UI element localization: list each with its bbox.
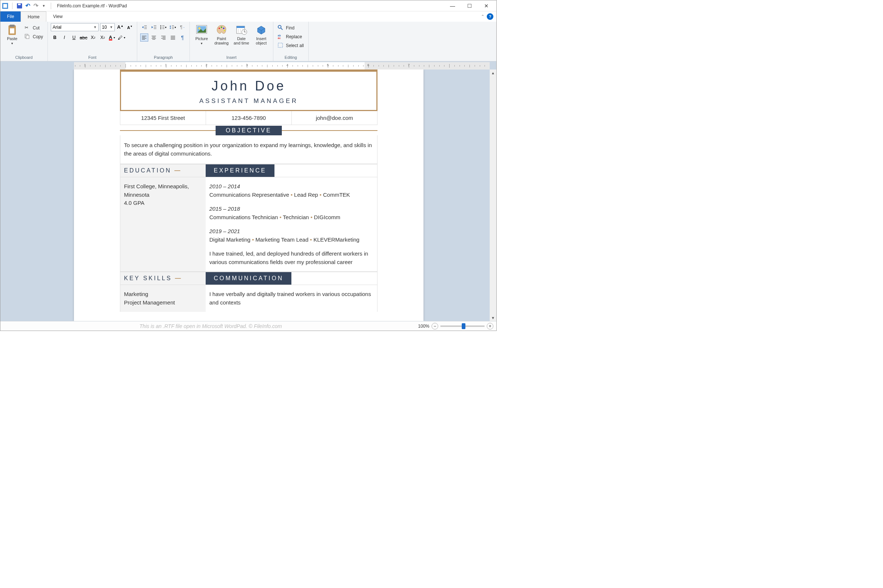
cut-button[interactable]: ✂Cut — [23, 24, 45, 32]
paragraph-dialog-button[interactable]: ¶ — [179, 33, 186, 42]
objective-band: OBJECTIVE — [120, 126, 377, 135]
window-title: FileInfo.com Example.rtf - WordPad — [53, 3, 444, 9]
contact-row: 12345 First Street 123-456-7890 john@doe… — [120, 111, 377, 125]
svg-text:ab: ab — [278, 34, 281, 37]
replace-button[interactable]: abacReplace — [276, 33, 303, 41]
group-label-editing: Editing — [276, 54, 305, 60]
save-icon[interactable] — [16, 3, 23, 9]
group-label-clipboard: Clipboard — [3, 54, 45, 60]
experience-item: 2019 – 2021Digital Marketing • Marketing… — [209, 227, 374, 244]
svg-text:ac: ac — [278, 37, 281, 39]
contact-phone: 123-456-7890 — [206, 111, 292, 124]
grow-font-button[interactable]: A▲ — [116, 23, 125, 31]
group-editing: Find abacReplace Select all Editing — [273, 22, 309, 61]
redo-icon[interactable]: ↷ — [32, 3, 39, 9]
education-school: First College, Minneapolis, Minnesota — [124, 182, 202, 199]
tab-view[interactable]: View — [47, 11, 69, 22]
experience-label: EXPERIENCE — [206, 164, 275, 177]
replace-icon: abac — [278, 34, 284, 40]
scroll-up-icon[interactable]: ▲ — [490, 69, 496, 76]
decrease-indent-button[interactable] — [140, 23, 148, 31]
group-clipboard: Paste▼ ✂Cut Copy Clipboard — [0, 22, 48, 61]
svg-rect-5 — [10, 25, 15, 27]
picture-icon — [196, 24, 207, 36]
justify-button[interactable] — [169, 33, 177, 42]
document-area: 11234567 John Doe ASSISTANT MANAGER 1234… — [0, 62, 496, 321]
undo-icon[interactable]: ↶ — [24, 3, 31, 9]
group-label-insert: Insert — [193, 54, 270, 60]
menu-bar: File Home View ⌃ ? — [0, 11, 496, 22]
font-size-combo[interactable]: 10▼ — [100, 23, 115, 31]
edu-exp-body: First College, Minneapolis, Minnesota 4.… — [120, 177, 377, 272]
objective-label: OBJECTIVE — [216, 126, 282, 135]
skill-item: Project Management — [124, 298, 202, 307]
subscript-button[interactable]: X2 — [89, 33, 97, 42]
align-left-button[interactable] — [140, 33, 148, 42]
svg-rect-1 — [3, 4, 7, 8]
vertical-scrollbar[interactable]: ▲ ▼ — [490, 69, 496, 321]
zoom-in-button[interactable]: + — [487, 323, 493, 330]
highlighter-icon: 🖊 — [118, 35, 123, 40]
copy-button[interactable]: Copy — [23, 33, 45, 41]
paste-button[interactable]: Paste▼ — [3, 23, 21, 46]
minimize-button[interactable]: — — [444, 0, 461, 11]
palette-icon — [216, 24, 227, 36]
insert-object-button[interactable]: Insert object — [252, 23, 270, 46]
tab-file[interactable]: File — [0, 11, 21, 22]
font-name-combo[interactable]: Arial▼ — [51, 23, 99, 31]
ruler[interactable]: 11234567 — [74, 62, 490, 69]
group-insert: Picture▼ Paint drawing Date and time Ins… — [190, 22, 273, 61]
collapse-ribbon-icon[interactable]: ⌃ — [481, 14, 485, 19]
svg-point-46 — [223, 28, 224, 29]
highlight-button[interactable]: 🖊▼ — [118, 33, 126, 42]
object-icon — [255, 24, 267, 36]
svg-point-47 — [224, 30, 225, 31]
experience-item: 2010 – 2014Communications Representative… — [209, 182, 374, 199]
line-spacing-button[interactable]: ▼ — [169, 23, 177, 31]
underline-button[interactable]: U — [70, 33, 78, 42]
align-right-button[interactable] — [159, 33, 167, 42]
communication-text: I have verbally and digitally trained wo… — [206, 285, 377, 312]
skills-comm-body: MarketingProject Management I have verba… — [120, 285, 377, 312]
maximize-button[interactable]: ☐ — [461, 0, 478, 11]
help-icon[interactable]: ? — [487, 13, 493, 20]
page[interactable]: John Doe ASSISTANT MANAGER 12345 First S… — [74, 69, 423, 321]
qat-dropdown-icon[interactable]: ▼ — [41, 3, 47, 9]
zoom-level: 100% — [418, 324, 429, 329]
select-all-button[interactable]: Select all — [276, 42, 305, 50]
find-button[interactable]: Find — [276, 24, 296, 32]
bold-button[interactable]: B — [51, 33, 59, 42]
group-label-font: Font — [51, 54, 134, 60]
select-all-icon — [278, 43, 284, 48]
svg-point-45 — [221, 27, 222, 28]
resume-header: John Doe ASSISTANT MANAGER — [120, 69, 377, 111]
picture-button[interactable]: Picture▼ — [193, 23, 210, 46]
copy-icon — [25, 34, 30, 40]
paragraph-marks-button[interactable]: ¶→ — [179, 23, 186, 31]
svg-line-57 — [281, 28, 282, 30]
shrink-font-button[interactable]: A▼ — [126, 23, 134, 31]
resume-document: John Doe ASSISTANT MANAGER 12345 First S… — [120, 69, 377, 312]
svg-rect-3 — [18, 4, 21, 5]
strike-button[interactable]: abc — [80, 33, 87, 42]
svg-rect-49 — [237, 26, 245, 28]
bullets-button[interactable]: ▼ — [159, 23, 167, 31]
experience-summary: I have trained, led, and deployed hundre… — [209, 250, 374, 266]
superscript-button[interactable]: X2 — [99, 33, 107, 42]
paint-drawing-button[interactable]: Paint drawing — [213, 23, 230, 46]
svg-point-43 — [198, 27, 201, 29]
svg-rect-6 — [10, 28, 14, 33]
watermark-text: This is an .RTF file open in Microsoft W… — [3, 323, 418, 329]
increase-indent-button[interactable] — [150, 23, 158, 31]
close-button[interactable]: ✕ — [478, 0, 495, 11]
zoom-out-button[interactable]: − — [432, 323, 438, 330]
font-color-button[interactable]: A▼ — [108, 33, 116, 42]
align-center-button[interactable] — [150, 33, 158, 42]
date-time-button[interactable]: Date and time — [233, 23, 250, 46]
svg-point-15 — [161, 26, 162, 27]
tab-home[interactable]: Home — [21, 11, 47, 22]
group-paragraph: ▼ ▼ ¶→ ¶ Paragraph — [137, 22, 190, 61]
zoom-slider[interactable] — [440, 326, 485, 327]
scroll-down-icon[interactable]: ▼ — [490, 314, 496, 321]
italic-button[interactable]: I — [60, 33, 68, 42]
